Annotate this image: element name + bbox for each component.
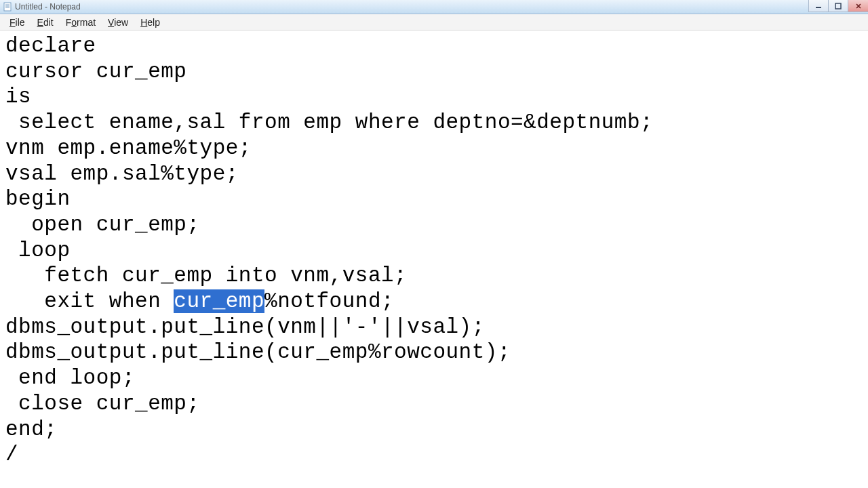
window-title: Untitled - Notepad <box>15 2 81 12</box>
menu-format[interactable]: Format <box>60 16 101 29</box>
menu-view[interactable]: View <box>102 16 134 29</box>
svg-rect-5 <box>835 3 841 9</box>
close-button[interactable] <box>848 0 868 12</box>
titlebar[interactable]: Untitled - Notepad <box>0 0 868 14</box>
text-editor[interactable]: declare cursor cur_emp is select ename,s… <box>0 30 868 488</box>
menubar: File Edit Format View Help <box>0 14 868 30</box>
maximize-button[interactable] <box>828 0 848 12</box>
minimize-button[interactable] <box>808 0 829 12</box>
code-content: declare cursor cur_emp is select ename,s… <box>5 33 863 468</box>
menu-edit[interactable]: Edit <box>32 16 59 29</box>
notepad-window: Untitled - Notepad File Edit Format View… <box>0 0 868 488</box>
menu-file[interactable]: File <box>4 16 31 29</box>
menu-help[interactable]: Help <box>135 16 165 29</box>
notepad-icon <box>3 2 12 12</box>
text-selection: cur_emp <box>174 289 264 313</box>
svg-rect-0 <box>4 3 11 11</box>
window-controls <box>809 0 868 12</box>
